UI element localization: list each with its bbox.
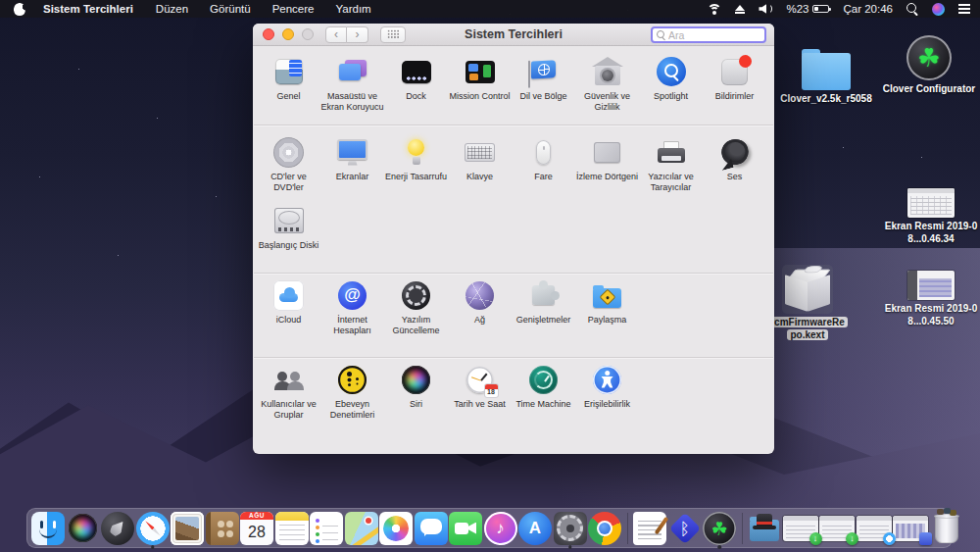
dock-item-minwin-green-2[interactable]: ↓ [819,516,855,541]
pref-item-startup-disk[interactable]: Başlangıç Diski [257,204,320,251]
group-separator [254,357,773,358]
dock-item-messages[interactable] [415,512,448,545]
pref-item-dock-pref[interactable]: Dock [384,55,448,113]
pref-item-icloud[interactable]: iCloud [257,278,320,336]
star [216,196,217,197]
window-titlebar[interactable]: ‹ › Sistem Tercihleri [253,24,774,46]
pref-item-notifications[interactable]: Bildirimler [703,55,766,113]
desktop-icon-clover-configurator[interactable]: ☘Clover Configurator [882,35,976,96]
pref-item-parental[interactable]: Ebeveyn Denetimleri [320,363,384,421]
dock-item-photos[interactable] [379,512,413,545]
sound-icon [718,135,752,169]
pref-item-timemachine[interactable]: Time Machine [512,363,575,421]
pref-item-keyboard[interactable]: Klavye [448,135,512,193]
battery-indicator[interactable]: %23 [786,0,829,18]
app-menu-title[interactable]: Sistem Tercihleri [43,3,133,15]
pref-label: Bildirimler [715,91,755,102]
pref-item-network[interactable]: Ağ [448,278,512,336]
prefs-row-5: Kullanıcılar ve GruplarEbeveyn Denetimle… [257,363,639,421]
pref-item-accessibility[interactable]: Erişilebilirlik [575,363,639,421]
pref-label: Ağ [474,315,485,326]
search-field[interactable] [651,26,766,43]
pref-item-displays[interactable]: Ekranlar [320,135,384,193]
desktop-icon-screenshot-2[interactable]: Ekran Resmi 2019-08...0.45.50 [884,271,978,327]
dock-item-cloverconf[interactable]: ☘ [703,512,736,545]
pref-item-trackpad[interactable]: İzleme Dörtgeni [575,135,639,193]
pref-item-datetime[interactable]: 18Tarih ve Saat [448,363,512,421]
dock-item-sysprefs[interactable] [554,512,587,545]
dock-item-finder[interactable] [31,512,65,545]
internet-icon: @ [336,278,369,312]
spotlight-menu-icon[interactable] [906,3,918,15]
pref-item-language[interactable]: Dil ve Bölge [512,55,575,113]
dock-item-trash[interactable] [930,512,963,545]
dock-item-siri[interactable] [67,512,100,545]
pref-item-security[interactable]: Güvenlik ve Gizlilik [575,55,639,113]
desktop-icon-screenshot-1[interactable]: Ekran Resmi 2019-08...0.46.34 [884,188,978,245]
pref-item-desktop[interactable]: Masaüstü ve Ekran Koruyucu [320,55,384,113]
pref-item-cds[interactable]: CD'ler ve DVD'ler [257,135,320,193]
kext-icon [782,265,833,314]
dock-item-textedit[interactable] [633,512,666,545]
menu-clock[interactable]: Çar 20:46 [843,0,893,18]
dock-item-bluetooth[interactable] [668,512,702,545]
pref-label: İzleme Dörtgeni [576,172,638,182]
menu-item-yardım[interactable]: Yardım [335,3,370,15]
volume-icon[interactable] [759,4,772,14]
dock-item-maps[interactable] [345,512,378,545]
eject-icon[interactable] [735,0,745,18]
pref-item-internet[interactable]: @İnternet Hesapları [320,278,384,336]
desktop-icon [336,55,369,88]
pref-item-extensions[interactable]: Genişletmeler [512,278,575,336]
pref-item-mission[interactable]: Mission Control [448,55,512,113]
close-button[interactable] [263,28,274,40]
pref-label: Güvenlik ve Gizlilik [575,91,639,113]
pref-label: İnternet Hesapları [320,315,384,336]
forward-button[interactable]: › [347,26,368,43]
pref-item-sharing[interactable]: Paylaşma [575,278,639,336]
pref-item-users[interactable]: Kullanıcılar ve Gruplar [257,363,320,421]
dock-item-appstore[interactable]: A [518,512,552,545]
menu-item-pencere[interactable]: Pencere [272,3,315,15]
cds-icon [272,135,306,169]
pref-item-spotlight[interactable]: Spotlight [639,55,703,113]
desktop-icon-kext-file[interactable]: rcmFirmwareRepo.kext [766,265,849,341]
pref-item-mouse[interactable]: Fare [512,135,575,193]
dock-item-magicfolder[interactable] [748,512,781,545]
show-all-button[interactable] [380,26,406,43]
menu-items: DüzenGörüntüPencereYardım [145,3,382,15]
pref-item-siri-pref[interactable]: Siri [384,363,448,421]
zoom-button[interactable] [302,28,314,40]
wifi-icon[interactable] [707,4,721,15]
dock-item-notes[interactable] [275,512,309,545]
pref-label: Dil ve Bölge [519,91,566,102]
dock-item-safari[interactable] [136,512,170,545]
pref-item-energy[interactable]: Enerji Tasarrufu [384,135,448,193]
notification-center-icon[interactable] [958,4,970,14]
dock-item-contacts[interactable] [206,512,239,545]
dock-item-minwin-blue[interactable] [893,516,928,541]
dock-item-chrome[interactable] [588,512,621,545]
desktop-icon-clover-folder[interactable]: Clover_v2.5k_r5058 [779,49,873,106]
star [157,118,158,119]
search-input[interactable] [668,29,760,41]
dock-item-minwin-safari[interactable] [857,516,892,541]
minimize-button[interactable] [282,28,294,40]
dock-item-itunes[interactable]: ♪ [484,512,517,545]
pref-item-printers[interactable]: Yazıcılar ve Tarayıcılar [639,135,703,193]
dock-item-minwin-green-1[interactable]: ↓ [783,516,818,541]
dock-item-reminders[interactable] [310,512,343,545]
pref-item-software[interactable]: Yazılım Güncelleme [384,278,448,336]
back-button[interactable]: ‹ [325,26,347,43]
network-icon [464,278,497,312]
menu-item-görüntü[interactable]: Görüntü [210,3,251,15]
dock-item-launchpad[interactable] [101,512,134,545]
pref-item-sound[interactable]: Ses [703,135,766,193]
siri-menu-icon[interactable] [932,3,945,16]
dock-item-facetime[interactable] [449,512,482,545]
dock-item-mail[interactable] [171,512,204,545]
menu-item-düzen[interactable]: Düzen [156,3,188,15]
apple-menu-icon[interactable] [14,3,25,16]
dock-item-calendar[interactable]: AĞU28 [240,512,273,545]
pref-item-general[interactable]: Genel [257,55,320,113]
